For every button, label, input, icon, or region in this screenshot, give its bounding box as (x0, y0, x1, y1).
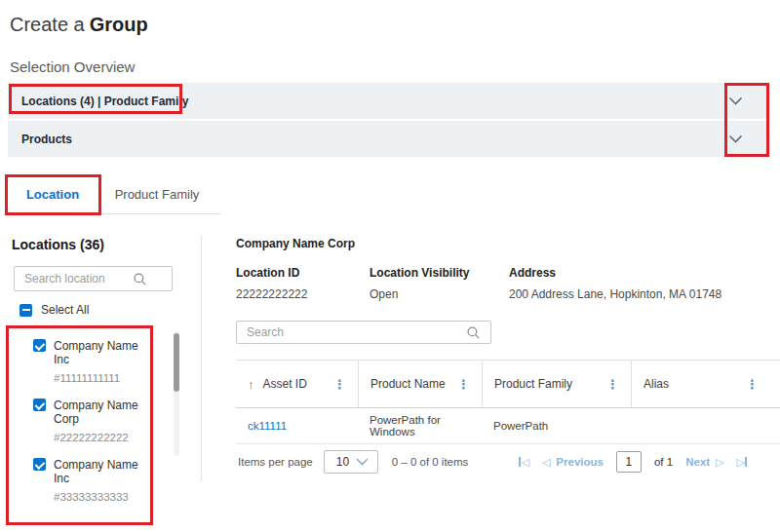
locations-heading: Locations (36) (12, 237, 222, 252)
page-number-input[interactable] (616, 451, 642, 473)
column-header-product-family[interactable]: Product Family ⋮ (482, 361, 631, 407)
column-label: Product Family (494, 377, 572, 391)
column-menu-icon[interactable]: ⋮ (457, 377, 470, 392)
detail-value: Open (370, 288, 509, 301)
asset-search-input[interactable] (237, 325, 490, 339)
list-item[interactable]: Company Name Inc #11111111111 (33, 339, 157, 385)
chevron-down-icon[interactable] (728, 134, 743, 143)
selection-overview-accordion: Locations (4) | Product Family Products (8, 83, 770, 157)
location-name: Company Name Corp (54, 399, 157, 426)
accordion-products-label: Products (21, 133, 72, 146)
select-all-label: Select All (41, 303, 89, 317)
location-search (14, 266, 173, 291)
tab-bar: Location Product Family (10, 176, 220, 214)
list-item[interactable]: Company Name Corp #22222222222 (33, 399, 157, 444)
previous-page-button[interactable]: ◁Previous (542, 456, 604, 468)
company-name: Company Name Corp (236, 238, 780, 250)
accordion-locations-product-family[interactable]: Locations (4) | Product Family (8, 83, 770, 119)
location-checkbox[interactable] (33, 399, 46, 411)
column-label: Alias (644, 377, 669, 391)
location-id: #33333333333 (54, 490, 157, 504)
accordion-products[interactable]: Products (8, 121, 770, 157)
page-title-prefix: Create a (10, 14, 85, 35)
list-scrollbar[interactable] (174, 331, 179, 456)
tab-location-label: Location (26, 187, 79, 202)
location-id: #22222222222 (54, 431, 157, 444)
page-title: Create aGroup (10, 12, 780, 37)
asset-search (236, 321, 491, 344)
chevron-down-icon[interactable] (728, 96, 743, 105)
last-page-icon[interactable]: ▷ (737, 457, 747, 468)
detail-value: 22222222222 (236, 288, 370, 301)
tab-content: Locations (36) Select All Company Name I… (10, 236, 780, 532)
accordion-locations-label: Locations (4) | Product Family (21, 95, 188, 108)
tab-location[interactable]: Location (10, 176, 96, 213)
table-row: ck11111 PowerPath for Windows PowerPath (236, 408, 780, 444)
detail-value: 200 Address Lane, Hopkinton, MA 01748 (509, 288, 780, 301)
search-icon[interactable] (133, 272, 147, 290)
sort-ascending-icon[interactable]: ↑ (248, 377, 254, 392)
pagination-bar: Items per page 10 0 – 0 of 0 items ◁ ◁Pr… (236, 444, 780, 479)
page-of-label: of 1 (654, 456, 673, 468)
next-page-button[interactable]: Next▷ (685, 456, 723, 468)
column-menu-icon[interactable]: ⋮ (606, 377, 619, 392)
chevron-down-icon (356, 458, 369, 466)
items-per-page-select[interactable]: 10 (324, 450, 378, 474)
locations-list: Company Name Inc #11111111111 Company Na… (10, 325, 157, 525)
next-label: Next (685, 456, 710, 468)
tab-product-family[interactable]: Product Family (96, 176, 218, 213)
section-heading: Selection Overview (10, 58, 780, 75)
first-page-icon[interactable]: ◁ (519, 457, 528, 468)
product-name-cell: PowerPath for Windows (358, 414, 482, 437)
search-icon[interactable] (466, 325, 481, 344)
items-range-text: 0 – 0 of 0 items (392, 456, 469, 468)
detail-label: Location Visibility (370, 267, 509, 280)
detail-label: Address (509, 267, 780, 280)
location-checkbox[interactable] (33, 458, 46, 471)
table-header: ↑ Asset ID ⋮ Product Name ⋮ Product Fami… (236, 360, 780, 408)
column-menu-icon[interactable]: ⋮ (333, 377, 346, 392)
select-all-checkbox[interactable] (20, 304, 32, 317)
location-name: Company Name Inc (54, 339, 157, 366)
tab-product-family-label: Product Family (115, 187, 200, 202)
location-search-input[interactable] (15, 272, 203, 285)
previous-label: Previous (556, 456, 604, 468)
location-details-panel: Company Name Corp Location ID 2222222222… (222, 236, 780, 479)
product-family-cell: PowerPath (482, 420, 631, 432)
items-per-page-value: 10 (336, 455, 349, 469)
location-name: Company Name Inc (54, 458, 157, 485)
create-group-page: Create aGroup Selection Overview Locatio… (0, 0, 780, 532)
locations-panel: Locations (36) Select All Company Name I… (10, 236, 222, 532)
pager-controls: ◁ ◁Previous of 1 Next▷ ▷ (519, 451, 747, 473)
column-header-alias[interactable]: Alias ⋮ (631, 361, 780, 407)
column-label: Asset ID (263, 377, 307, 391)
location-details: Location ID 22222222222 Location Visibil… (236, 267, 780, 301)
items-per-page-label: Items per page (238, 456, 313, 468)
page-title-emphasis: Group (90, 14, 148, 35)
column-header-product-name[interactable]: Product Name ⋮ (358, 361, 482, 407)
list-item[interactable]: Company Name Inc #33333333333 (33, 458, 157, 504)
scrollbar-thumb[interactable] (174, 333, 179, 392)
select-all-row: Select All (20, 303, 222, 317)
column-menu-icon[interactable]: ⋮ (746, 377, 759, 392)
assets-table: ↑ Asset ID ⋮ Product Name ⋮ Product Fami… (236, 360, 780, 479)
asset-id-link[interactable]: ck11111 (236, 420, 358, 432)
column-header-asset-id[interactable]: ↑ Asset ID ⋮ (236, 361, 358, 407)
detail-label: Location ID (236, 267, 370, 280)
column-label: Product Name (370, 377, 446, 391)
location-checkbox[interactable] (33, 339, 46, 352)
location-id: #11111111111 (54, 371, 157, 385)
